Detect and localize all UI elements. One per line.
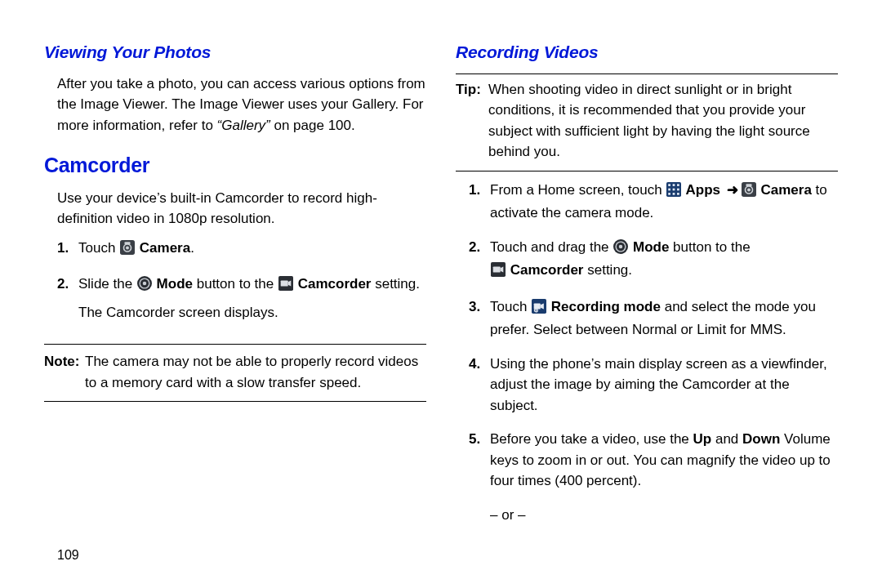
tip-label: Tip:: [456, 79, 488, 163]
heading-viewing-photos: Viewing Your Photos: [44, 39, 426, 65]
step-2-result: The Camcorder screen displays.: [78, 302, 426, 323]
text: Touch and drag the: [490, 239, 612, 255]
camcorder-label: Camcorder: [506, 262, 583, 278]
step-body: Touch Camera.: [78, 238, 426, 266]
camera-label: Camera: [136, 240, 190, 256]
arrow-icon: ➜: [727, 182, 738, 198]
recording-mode-label: Recording mode: [547, 299, 661, 314]
text: and: [711, 431, 742, 447]
two-column-layout: Viewing Your Photos After you take a pho…: [44, 39, 838, 525]
step-number: 3.: [469, 296, 490, 345]
up-label: Up: [693, 431, 712, 447]
text: setting.: [583, 262, 632, 278]
camcorder-label: Camcorder: [294, 276, 371, 292]
text: Touch: [78, 240, 119, 256]
camcorder-intro: Use your device’s built-in Camcorder to …: [44, 188, 426, 229]
step-number: 1.: [469, 180, 490, 229]
step-body: Touch Recording mode and select the mode…: [490, 296, 838, 345]
step-body: Touch and drag the Mode button to the Ca…: [490, 237, 838, 288]
step-3: 3. Touch Recording mode and select the m…: [469, 296, 838, 345]
step-number: 4.: [469, 354, 490, 421]
view-body-b: on page 100.: [274, 118, 354, 133]
step-number: 2.: [57, 274, 78, 327]
note-text: The camera may not be able to properly r…: [85, 351, 426, 393]
tip-text: When shooting video in direct sunlight o…: [488, 79, 838, 163]
step-body: Before you take a video, use the Up and …: [490, 429, 838, 497]
gallery-link[interactable]: “Gallery”: [217, 118, 274, 133]
down-label: Down: [742, 431, 780, 447]
camcorder-icon: [491, 262, 506, 283]
step-2: 2. Slide the Mode button to the Camcorde…: [57, 274, 426, 327]
step-1: 1. Touch Camera.: [57, 238, 426, 266]
step-4: 4. Using the phone’s main display screen…: [469, 354, 838, 421]
page-number: 109: [57, 546, 79, 565]
text: Slide the: [78, 276, 136, 292]
right-column: Recording Videos Tip: When shooting vide…: [456, 39, 838, 525]
heading-camcorder: Camcorder: [44, 150, 426, 181]
mode-icon: [137, 276, 152, 297]
note-label: Note:: [44, 351, 85, 393]
text: From a Home screen, touch: [490, 182, 666, 198]
step-5: 5. Before you take a video, use the Up a…: [469, 429, 838, 497]
text: button to the: [669, 239, 750, 255]
recording-steps: 1. From a Home screen, touch Apps ➜ Came…: [456, 180, 838, 497]
text: .: [190, 240, 194, 256]
viewing-photos-body: After you take a photo, you can access v…: [44, 74, 426, 136]
camcorder-icon: [278, 276, 293, 297]
text: Before you take a video, use the: [490, 431, 693, 447]
mode-label: Mode: [629, 239, 669, 255]
step-number: 1.: [57, 238, 78, 266]
step-body: Using the phone’s main display screen as…: [490, 354, 838, 421]
step-number: 2.: [469, 237, 490, 288]
step-body: Slide the Mode button to the Camcorder s…: [78, 274, 426, 327]
tip-block: Tip: When shooting video in direct sunli…: [456, 74, 838, 172]
step-1: 1. From a Home screen, touch Apps ➜ Came…: [469, 180, 838, 229]
note-block: Note: The camera may not be able to prop…: [44, 344, 426, 402]
camera-icon: [742, 182, 756, 203]
text: setting.: [371, 276, 420, 292]
camera-label: Camera: [757, 182, 812, 198]
mode-label: Mode: [153, 276, 193, 292]
step-body: From a Home screen, touch Apps ➜ Camera …: [490, 180, 838, 229]
heading-recording-videos: Recording Videos: [456, 39, 838, 65]
left-column: Viewing Your Photos After you take a pho…: [44, 39, 426, 525]
text: button to the: [193, 276, 278, 292]
camcorder-steps: 1. Touch Camera. 2. Slide the Mode butto…: [44, 238, 426, 328]
recording-mode-icon: [532, 299, 546, 320]
text: Using the phone’s main display screen as…: [490, 354, 838, 416]
apps-icon: [666, 182, 681, 203]
or-separator: – or –: [456, 505, 838, 526]
camera-icon: [120, 240, 135, 261]
apps-label: Apps: [682, 182, 724, 198]
mode-icon: [613, 239, 628, 261]
text: Touch: [490, 299, 531, 314]
step-number: 5.: [469, 429, 490, 497]
step-2: 2. Touch and drag the Mode button to the…: [469, 237, 838, 288]
